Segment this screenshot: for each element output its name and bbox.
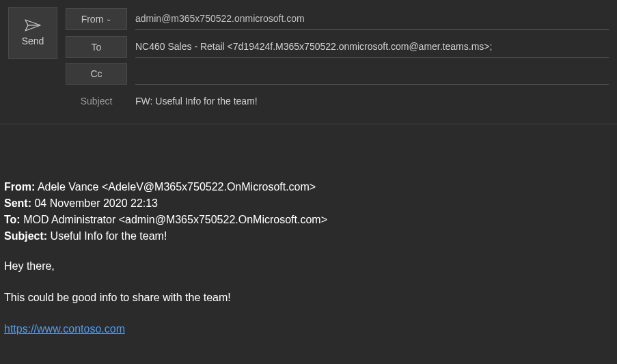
quoted-sent-label: Sent: [4, 197, 31, 209]
to-field[interactable]: NC460 Sales - Retail <7d19424f.M365x7505… [135, 36, 609, 58]
body-text: Hey there, This could be good info to sh… [4, 258, 613, 337]
quoted-to-label: To: [4, 214, 20, 225]
subject-label: Subject [66, 96, 127, 107]
quoted-from-value: Adele Vance <AdeleV@M365x750522.OnMicros… [35, 181, 316, 193]
cc-label: Cc [90, 68, 102, 79]
cc-field[interactable] [135, 63, 609, 85]
message-body[interactable]: From: Adele Vance <AdeleV@M365x750522.On… [0, 124, 617, 359]
cc-button[interactable]: Cc [66, 63, 127, 85]
send-label: Send [22, 36, 44, 46]
body-link[interactable]: https://www.contoso.com [4, 323, 125, 335]
quoted-subject-value: Useful Info for the team! [47, 230, 167, 242]
from-label: From [81, 14, 104, 25]
to-button[interactable]: To [66, 36, 127, 58]
quoted-from-label: From: [4, 181, 35, 193]
compose-header: Send From ⌄ admin@m365x750522.onmicrosof… [0, 0, 617, 114]
from-button[interactable]: From ⌄ [66, 8, 127, 30]
quoted-sent-value: 04 November 2020 22:13 [31, 197, 158, 209]
to-label: To [92, 42, 102, 53]
send-icon [25, 19, 41, 31]
quoted-to-value: MOD Administrator <admin@M365x750522.OnM… [20, 214, 327, 225]
quoted-headers: From: Adele Vance <AdeleV@M365x750522.On… [4, 179, 613, 244]
body-greeting: Hey there, [4, 258, 613, 275]
quoted-subject-label: Subject: [4, 230, 47, 242]
from-value[interactable]: admin@m365x750522.onmicrosoft.com [135, 8, 609, 30]
subject-field[interactable]: FW: Useful Info for the team! [135, 92, 609, 111]
send-button[interactable]: Send [8, 7, 57, 59]
chevron-down-icon: ⌄ [106, 15, 111, 23]
body-line1: This could be good info to share with th… [4, 290, 613, 306]
